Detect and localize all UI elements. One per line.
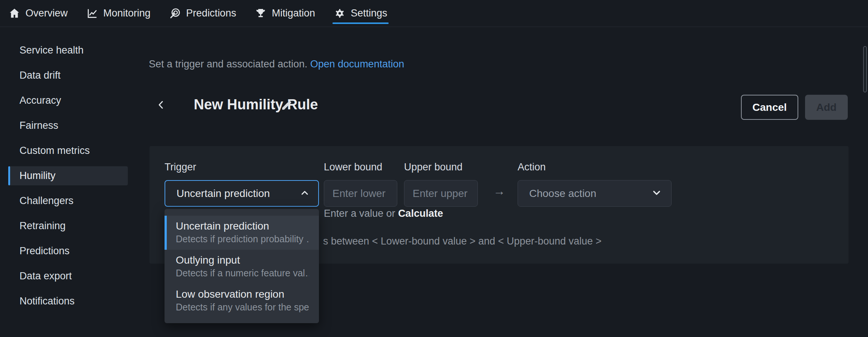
upper-bound-input[interactable] bbox=[404, 180, 478, 207]
sidebar-item-label: Accuracy bbox=[19, 95, 61, 106]
top-nav: Overview Monitoring Predictions Mitigati… bbox=[0, 0, 868, 27]
vertical-scrollbar-thumb[interactable] bbox=[863, 46, 867, 92]
active-tab-underline bbox=[332, 22, 389, 24]
action-select-placeholder: Choose action bbox=[529, 188, 596, 200]
calculate-link[interactable]: Calculate bbox=[398, 208, 443, 219]
nav-tab-overview[interactable]: Overview bbox=[9, 0, 68, 27]
selected-option-bar bbox=[165, 216, 167, 250]
sidebar-item-humility[interactable]: Humility bbox=[8, 166, 128, 185]
sidebar-item-label: Service health bbox=[19, 45, 84, 56]
gear-icon bbox=[334, 7, 346, 19]
sidebar-item-service-health[interactable]: Service health bbox=[8, 41, 128, 60]
sidebar-item-label: Predictions bbox=[19, 245, 70, 257]
back-button[interactable] bbox=[155, 99, 168, 112]
option-description: Detects if any values for the spe… bbox=[176, 301, 309, 313]
trigger-label: Trigger bbox=[165, 161, 196, 173]
hint-text: Enter a value or bbox=[324, 208, 398, 219]
nav-tab-monitoring[interactable]: Monitoring bbox=[87, 0, 151, 27]
arrow-right-icon: → bbox=[492, 184, 507, 198]
option-title: Uncertain prediction bbox=[176, 219, 309, 233]
selected-indicator-bar bbox=[8, 166, 10, 185]
sidebar-item-label: Fairness bbox=[19, 120, 58, 131]
nav-tab-label: Mitigation bbox=[272, 7, 315, 19]
option-title: Low observation region bbox=[176, 288, 309, 301]
trophy-icon bbox=[255, 7, 266, 19]
lower-bound-label: Lower bound bbox=[324, 161, 382, 173]
page-title: New Humility Rule bbox=[194, 97, 318, 113]
chevron-left-icon bbox=[156, 106, 167, 112]
sidebar-item-label: Data drift bbox=[19, 70, 61, 81]
sidebar-item-label: Data export bbox=[19, 270, 72, 282]
home-icon bbox=[9, 7, 20, 19]
settings-sidebar: Service health Data drift Accuracy Fairn… bbox=[0, 27, 137, 337]
nav-tab-label: Predictions bbox=[186, 7, 236, 19]
intro-line: Set a trigger and associated action. Ope… bbox=[149, 58, 404, 70]
trigger-dropdown-menu: Uncertain prediction Detects if predicti… bbox=[165, 209, 319, 323]
nav-tab-label: Monitoring bbox=[103, 7, 151, 19]
lower-bound-input[interactable] bbox=[324, 180, 397, 207]
sidebar-item-label: Challengers bbox=[19, 195, 73, 207]
pencil-icon bbox=[281, 107, 293, 112]
dropdown-option-low-observation-region[interactable]: Low observation region Detects if any va… bbox=[165, 284, 319, 318]
sidebar-item-label: Humility bbox=[19, 170, 55, 182]
sidebar-item-label: Notifications bbox=[19, 295, 75, 307]
nav-tab-settings[interactable]: Settings bbox=[334, 0, 388, 27]
action-label: Action bbox=[518, 161, 546, 173]
upper-bound-label: Upper bound bbox=[404, 161, 462, 173]
nav-tab-label: Overview bbox=[25, 7, 68, 19]
dropdown-option-outlying-input[interactable]: Outlying input Detects if a numeric feat… bbox=[165, 250, 319, 284]
add-button[interactable]: Add bbox=[805, 95, 848, 120]
dropdown-option-uncertain-prediction[interactable]: Uncertain prediction Detects if predicti… bbox=[165, 216, 319, 250]
monitoring-chart-icon bbox=[87, 7, 98, 19]
prediction-target-icon bbox=[169, 7, 181, 19]
intro-text: Set a trigger and associated action. bbox=[149, 58, 307, 70]
action-select[interactable]: Choose action bbox=[518, 180, 672, 207]
sidebar-item-data-drift[interactable]: Data drift bbox=[8, 66, 128, 85]
bounds-hint: Enter a value or Calculate bbox=[324, 208, 443, 219]
chevron-down-icon bbox=[651, 187, 662, 200]
sidebar-item-notifications[interactable]: Notifications bbox=[8, 292, 128, 311]
cancel-button[interactable]: Cancel bbox=[741, 95, 798, 120]
option-description: Detects if prediction probability … bbox=[176, 233, 309, 245]
option-title: Outlying input bbox=[176, 253, 309, 267]
sidebar-item-custom-metrics[interactable]: Custom metrics bbox=[8, 141, 128, 160]
sidebar-item-predictions[interactable]: Predictions bbox=[8, 242, 128, 261]
edit-title-button[interactable] bbox=[280, 99, 293, 112]
open-documentation-link[interactable]: Open documentation bbox=[310, 58, 404, 70]
nav-tab-predictions[interactable]: Predictions bbox=[169, 0, 236, 27]
trigger-select[interactable]: Uncertain prediction bbox=[165, 180, 319, 207]
sidebar-item-data-export[interactable]: Data export bbox=[8, 267, 128, 286]
nav-tab-label: Settings bbox=[351, 7, 388, 19]
sidebar-item-label: Retraining bbox=[19, 220, 66, 232]
chevron-up-icon bbox=[299, 188, 310, 200]
nav-tab-mitigation[interactable]: Mitigation bbox=[255, 0, 315, 27]
sidebar-item-fairness[interactable]: Fairness bbox=[8, 116, 128, 135]
trigger-select-value: Uncertain prediction bbox=[177, 188, 270, 200]
sidebar-item-accuracy[interactable]: Accuracy bbox=[8, 91, 128, 110]
rule-summary-text: s between < Lower-bound value > and < Up… bbox=[323, 236, 602, 247]
sidebar-item-challengers[interactable]: Challengers bbox=[8, 191, 128, 210]
option-description: Detects if a numeric feature val… bbox=[176, 267, 309, 279]
sidebar-item-retraining[interactable]: Retraining bbox=[8, 216, 128, 236]
sidebar-item-label: Custom metrics bbox=[19, 145, 90, 157]
